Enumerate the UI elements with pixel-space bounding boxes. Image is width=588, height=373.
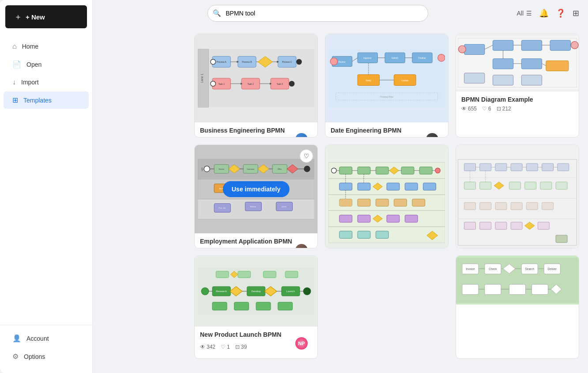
views-new-product: 👁 342 [200, 344, 215, 350]
svg-rect-167 [495, 202, 507, 210]
svg-rect-134 [376, 231, 388, 238]
options-icon: ⚙ [12, 352, 19, 361]
nav-label-import: Import [21, 79, 39, 86]
svg-rect-113 [401, 167, 414, 174]
heart-button-employment[interactable]: ♡ [300, 149, 313, 163]
svg-rect-57 [546, 61, 569, 71]
svg-rect-152 [480, 164, 491, 171]
svg-rect-209 [264, 271, 276, 278]
open-icon: 📄 [12, 60, 21, 69]
svg-rect-50 [493, 40, 513, 50]
sidebar-item-import[interactable]: ↓ Import [4, 74, 89, 91]
template-card-main-process[interactable]: Main Process BPMN Notation 👁 34 ♡ 1 ⊡ 13… [325, 145, 449, 248]
svg-text:Task 3: Task 3 [277, 83, 283, 85]
svg-point-115 [435, 168, 441, 173]
sidebar-item-open[interactable]: 📄 Open [4, 56, 89, 73]
card-info-new-product: New Product Launch BPMN 👁 342 ♡ 1 ⊡ 39 N… [195, 327, 317, 358]
template-card-green-bpmn[interactable]: Invoice Check Search Deliver [456, 255, 579, 359]
svg-rect-176 [538, 222, 549, 229]
svg-rect-162 [525, 182, 536, 190]
card-meta-new-product: 👁 342 ♡ 1 ⊡ 39 NP [200, 341, 312, 353]
plus-icon: ＋ [14, 11, 22, 22]
svg-text:Task 1: Task 1 [218, 83, 225, 85]
svg-rect-124 [376, 199, 388, 206]
diagram-green-bpmn: Invoice Check Search Deliver [456, 256, 579, 304]
apps-icon[interactable]: ⊞ [573, 8, 579, 18]
eye-icon-3: 👁 [461, 106, 467, 112]
sidebar: ＋ + New ⌂ Home 📄 Open ↓ Import ⊞ Templat… [0, 0, 93, 373]
template-card-date-engineering[interactable]: Review Approve Submit Finalize Notify Up… [325, 34, 449, 137]
svg-rect-223 [485, 284, 501, 294]
svg-text:Deliver: Deliver [548, 267, 557, 270]
header: 🔍 All ☰ 🔔 ❓ ⊞ [93, 0, 588, 27]
svg-rect-122 [339, 199, 352, 206]
nav-label-templates: Templates [23, 97, 52, 104]
card-title-bpmn-example: BPMN Diagram Example [461, 96, 573, 103]
svg-text:Notify: Notify [366, 80, 371, 82]
template-card-main-process-2[interactable]: Main Process BPMN Notation 👁 25.2k ♡ 189… [456, 145, 579, 248]
template-card-new-product[interactable]: Research Develop Launch [194, 255, 318, 359]
card-image-date-engineering: Review Approve Submit Finalize Notify Up… [325, 34, 448, 122]
nav-label-account: Account [26, 335, 49, 342]
svg-rect-121 [423, 183, 436, 190]
card-image-employment: ♡ HR Screen Interview Offer [195, 145, 317, 233]
svg-rect-177 [556, 235, 567, 243]
search-input[interactable] [207, 5, 428, 22]
svg-text:Process A: Process A [216, 61, 226, 63]
sidebar-item-home[interactable]: ⌂ Home [4, 38, 89, 55]
svg-text:Review: Review [338, 61, 346, 63]
template-card-employment[interactable]: ♡ HR Screen Interview Offer [194, 145, 318, 248]
avatar-new-product: NP [295, 337, 308, 350]
card-info-employment: Employment Application BPMN 👁 809 ♡ 4 ⊡ … [195, 233, 317, 248]
copies-bpmn-example: ⊡ 212 [497, 106, 511, 112]
svg-text:Update: Update [401, 80, 408, 82]
card-image-bpmn-example [456, 34, 579, 91]
svg-rect-199 [256, 302, 271, 310]
nav-label-home: Home [22, 43, 38, 50]
search-icon: 🔍 [213, 9, 221, 17]
svg-rect-132 [339, 231, 352, 238]
svg-point-35 [438, 54, 445, 62]
sidebar-item-account[interactable]: 👤 Account [4, 330, 89, 347]
likes-bpmn-example: ♡ 6 [482, 106, 491, 112]
filter-menu-icon: ☰ [526, 10, 532, 17]
nav-label-options: Options [24, 353, 45, 360]
copy-icon-3: ⊡ [497, 106, 501, 112]
all-filter[interactable]: All ☰ [516, 10, 532, 17]
card-image-main-process-2 [456, 145, 579, 248]
sidebar-item-templates[interactable]: ⊞ Templates [4, 91, 89, 109]
col2-spacer [325, 255, 449, 366]
help-icon[interactable]: ❓ [556, 8, 565, 18]
card-meta-business-engineering: 👁 238 ♡ 3 ⊡ 39 BE [200, 137, 312, 137]
svg-rect-165 [464, 202, 476, 210]
svg-rect-200 [278, 302, 293, 310]
svg-rect-171 [464, 222, 476, 229]
diagram-main-process-2 [456, 145, 579, 248]
diagram-date-engineering: Review Approve Submit Finalize Notify Up… [328, 38, 445, 118]
svg-text:Check: Check [489, 267, 497, 270]
diagram-new-product: Research Develop Launch [198, 259, 314, 323]
main-content: Lane 1 Process A Process B Process C Tas… [185, 27, 588, 373]
svg-point-187 [201, 288, 209, 295]
svg-rect-208 [238, 271, 251, 278]
svg-rect-54 [521, 59, 542, 69]
svg-rect-207 [216, 271, 229, 278]
svg-rect-127 [339, 215, 352, 222]
svg-rect-222 [462, 284, 479, 294]
nav-items: ⌂ Home 📄 Open ↓ Import ⊞ Templates [0, 34, 92, 325]
card-info-date-engineering: Date Engineering BPMN 👁 472 ♡ 11 ⊡ 101 D… [325, 122, 448, 137]
diagram-bpmn-example [456, 34, 579, 91]
svg-rect-155 [526, 164, 538, 171]
template-card-bpmn-example[interactable]: BPMN Diagram Example 👁 655 ♡ 6 ⊡ 212 [456, 34, 579, 137]
new-button[interactable]: ＋ + New [5, 5, 87, 28]
svg-rect-125 [394, 199, 407, 206]
svg-rect-119 [387, 183, 400, 190]
eye-icon-7: 👁 [200, 344, 205, 350]
sidebar-item-options[interactable]: ⚙ Options [4, 348, 89, 365]
svg-rect-197 [212, 302, 227, 310]
svg-text:Approve: Approve [363, 57, 372, 59]
svg-rect-158 [464, 182, 476, 190]
notification-icon[interactable]: 🔔 [539, 8, 549, 18]
use-immediately-button[interactable]: Use immediately [223, 181, 290, 197]
template-card-business-engineering[interactable]: Lane 1 Process A Process B Process C Tas… [194, 34, 318, 137]
